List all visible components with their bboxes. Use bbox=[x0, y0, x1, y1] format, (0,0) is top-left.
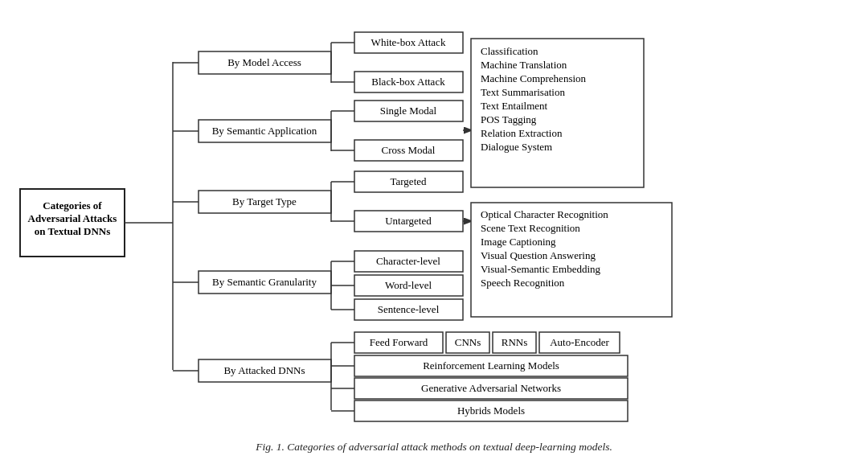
svg-text:POS Tagging: POS Tagging bbox=[481, 113, 537, 125]
svg-text:Text Entailment: Text Entailment bbox=[481, 100, 548, 112]
svg-text:on Textual DNNs: on Textual DNNs bbox=[35, 225, 111, 237]
svg-text:Classification: Classification bbox=[481, 45, 538, 57]
svg-text:Visual-Semantic Embedding: Visual-Semantic Embedding bbox=[481, 263, 601, 275]
svg-text:Targeted: Targeted bbox=[390, 175, 427, 187]
svg-text:Scene Text Recognition: Scene Text Recognition bbox=[481, 222, 580, 234]
diagram-svg: Categories of Adversarial Attacks on Tex… bbox=[12, 16, 856, 426]
svg-text:Adversarial Attacks: Adversarial Attacks bbox=[28, 212, 117, 224]
svg-text:Untargeted: Untargeted bbox=[385, 215, 432, 227]
svg-text:CNNs: CNNs bbox=[455, 336, 481, 348]
svg-text:Dialogue System: Dialogue System bbox=[481, 141, 552, 153]
svg-text:White-box Attack: White-box Attack bbox=[371, 36, 446, 48]
svg-text:Optical Character Recognition: Optical Character Recognition bbox=[481, 208, 608, 220]
svg-text:Machine Comprehension: Machine Comprehension bbox=[481, 72, 587, 84]
svg-text:Generative Adversarial Network: Generative Adversarial Networks bbox=[421, 382, 561, 394]
svg-text:By Attacked DNNs: By Attacked DNNs bbox=[223, 364, 305, 376]
svg-text:By Model Access: By Model Access bbox=[227, 56, 301, 68]
svg-text:Auto-Encoder: Auto-Encoder bbox=[550, 336, 609, 348]
figure-caption: Fig. 1. Categories of adversarial attack… bbox=[256, 441, 612, 454]
svg-text:Single Modal: Single Modal bbox=[380, 105, 437, 117]
svg-text:Word-level: Word-level bbox=[385, 279, 432, 291]
svg-text:Machine Translation: Machine Translation bbox=[481, 59, 567, 71]
svg-text:Character-level: Character-level bbox=[376, 255, 440, 267]
svg-text:Sentence-level: Sentence-level bbox=[378, 303, 440, 315]
svg-text:By Semantic Application: By Semantic Application bbox=[212, 125, 317, 137]
svg-text:By Target Type: By Target Type bbox=[232, 195, 297, 207]
svg-text:Reinforcement Learning Models: Reinforcement Learning Models bbox=[423, 359, 559, 372]
svg-text:RNNs: RNNs bbox=[502, 336, 528, 348]
svg-text:Categories of: Categories of bbox=[43, 199, 102, 211]
svg-text:By Semantic Granularity: By Semantic Granularity bbox=[212, 276, 317, 288]
diagram-wrapper: Categories of Adversarial Attacks on Tex… bbox=[12, 16, 856, 426]
svg-text:Black-box Attack: Black-box Attack bbox=[371, 76, 445, 88]
svg-text:Visual Question Answering: Visual Question Answering bbox=[481, 249, 596, 261]
svg-text:Text Summarisation: Text Summarisation bbox=[481, 86, 565, 98]
svg-text:Feed Forward: Feed Forward bbox=[370, 336, 428, 348]
svg-text:Cross Modal: Cross Modal bbox=[382, 144, 436, 156]
svg-text:Relation Extraction: Relation Extraction bbox=[481, 127, 563, 139]
svg-text:Speech Recognition: Speech Recognition bbox=[481, 277, 565, 289]
svg-text:Image Captioning: Image Captioning bbox=[481, 236, 556, 248]
svg-text:Hybrids Models: Hybrids Models bbox=[457, 404, 525, 417]
